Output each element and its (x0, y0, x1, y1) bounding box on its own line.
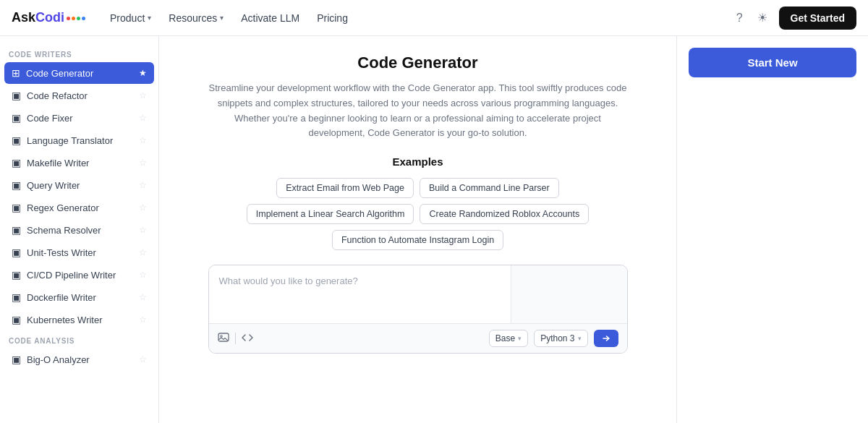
example-chip-4[interactable]: Function to Automate Instagram Login (332, 230, 503, 250)
star-icon-makefile-writer[interactable]: ☆ (139, 158, 147, 168)
section-label-code-writers: CODE WRITERS (0, 45, 158, 61)
code-fixer-icon: ▣ (12, 112, 21, 124)
star-icon-kubernetes-writer[interactable]: ☆ (139, 315, 147, 325)
star-icon-cicd-pipeline-writer[interactable]: ☆ (139, 270, 147, 280)
star-icon-language-translator[interactable]: ☆ (139, 135, 147, 145)
star-icon-code-refactor[interactable]: ☆ (139, 90, 147, 101)
example-chip-2[interactable]: Implement a Linear Search Algorithm (247, 204, 414, 224)
sidebar: CODE WRITERS ⊞ Code Generator ★ ▣ Code R… (0, 36, 159, 423)
navbar-right: ? ☀ Get Started (733, 7, 856, 30)
kubernetes-writer-icon: ▣ (12, 314, 21, 325)
sidebar-item-unit-tests-writer-label: Unit-Tests Writer (27, 247, 133, 258)
theme-icon[interactable]: ☀ (754, 8, 770, 27)
makefile-writer-icon: ▣ (12, 157, 21, 168)
sidebar-item-big-o-analyzer-label: Big-O Analyzer (27, 354, 133, 365)
input-toolbar: Base ▾ Python 3 ▾ (209, 323, 627, 353)
sidebar-item-unit-tests-writer[interactable]: ▣ Unit-Tests Writer ☆ (4, 242, 154, 263)
nav-product-label: Product (110, 12, 145, 24)
regex-generator-icon: ▣ (12, 202, 21, 213)
center-panel: Code Generator Streamline your developme… (179, 36, 657, 423)
sidebar-item-schema-resolver-label: Schema Resolver (27, 225, 133, 236)
logo-text: AskCodi (12, 10, 85, 25)
query-writer-icon: ▣ (12, 179, 21, 191)
base-select[interactable]: Base ▾ (489, 330, 528, 347)
base-select-label: Base (495, 333, 515, 343)
example-chip-3[interactable]: Create Randomized Roblox Accounts (420, 204, 589, 224)
logo: AskCodi (12, 10, 85, 25)
toolbar-left (218, 332, 253, 346)
toolbar-right: Base ▾ Python 3 ▾ (489, 330, 618, 347)
sidebar-item-big-o-analyzer[interactable]: ▣ Big-O Analyzer ☆ (4, 349, 154, 370)
sidebar-item-schema-resolver[interactable]: ▣ Schema Resolver ☆ (4, 219, 154, 241)
sidebar-item-regex-generator-label: Regex Generator (27, 202, 133, 213)
section-label-code-analysis: CODE ANALYSIS (0, 331, 158, 348)
dockerfile-writer-icon: ▣ (12, 291, 21, 303)
star-icon-schema-resolver[interactable]: ☆ (139, 225, 147, 235)
language-select-label: Python 3 (540, 333, 574, 343)
content-area: Code Generator Streamline your developme… (159, 36, 676, 423)
language-chevron-icon: ▾ (578, 335, 582, 342)
nav-pricing[interactable]: Pricing (310, 8, 355, 28)
sidebar-item-kubernetes-writer-label: Kubernetes Writer (27, 315, 133, 325)
nav-pricing-label: Pricing (317, 12, 348, 24)
language-select[interactable]: Python 3 ▾ (534, 330, 587, 347)
navbar: AskCodi Product ▾ Resources ▾ Activate L… (0, 0, 868, 36)
page-description: Streamline your development workflow wit… (208, 81, 628, 141)
start-new-button[interactable]: Start New (689, 48, 856, 77)
sidebar-item-code-generator[interactable]: ⊞ Code Generator ★ (4, 62, 154, 84)
nav-resources[interactable]: Resources ▾ (161, 8, 231, 28)
nav-links: Product ▾ Resources ▾ Activate LLM Prici… (103, 8, 355, 28)
star-icon-code-generator[interactable]: ★ (139, 68, 147, 78)
sidebar-item-query-writer[interactable]: ▣ Query Writer ☆ (4, 174, 154, 196)
nav-resources-chevron: ▾ (220, 14, 224, 22)
image-upload-icon[interactable] (218, 332, 229, 346)
big-o-analyzer-icon: ▣ (12, 354, 21, 365)
sidebar-item-language-translator-label: Language Translator (27, 135, 133, 146)
sidebar-item-makefile-writer[interactable]: ▣ Makefile Writer ☆ (4, 152, 154, 174)
sidebar-item-code-refactor-label: Code Refactor (27, 90, 133, 101)
sidebar-item-regex-generator[interactable]: ▣ Regex Generator ☆ (4, 197, 154, 218)
toolbar-separator (235, 333, 236, 344)
svg-point-1 (220, 335, 221, 336)
example-chips: Extract Email from Web Page Build a Comm… (208, 178, 628, 250)
nav-product[interactable]: Product ▾ (103, 8, 158, 28)
code-icon[interactable] (242, 332, 253, 346)
help-icon[interactable]: ? (733, 9, 746, 27)
base-chevron-icon: ▾ (518, 335, 522, 342)
star-icon-regex-generator[interactable]: ☆ (139, 202, 147, 213)
sidebar-item-query-writer-label: Query Writer (27, 180, 133, 191)
sidebar-item-dockerfile-writer[interactable]: ▣ Dockerfile Writer ☆ (4, 286, 154, 308)
cicd-pipeline-writer-icon: ▣ (12, 269, 21, 281)
generation-input[interactable] (209, 265, 511, 323)
sidebar-item-code-fixer-label: Code Fixer (27, 113, 133, 124)
get-started-button[interactable]: Get Started (779, 7, 856, 30)
nav-activate-llm[interactable]: Activate LLM (234, 8, 307, 28)
unit-tests-writer-icon: ▣ (12, 247, 21, 258)
language-translator-icon: ▣ (12, 134, 21, 146)
sidebar-item-code-fixer[interactable]: ▣ Code Fixer ☆ (4, 107, 154, 129)
sidebar-item-language-translator[interactable]: ▣ Language Translator ☆ (4, 129, 154, 151)
examples-label: Examples (208, 155, 628, 168)
content-wrapper: Code Generator Streamline your developme… (159, 36, 868, 423)
schema-resolver-icon: ▣ (12, 224, 21, 236)
star-icon-dockerfile-writer[interactable]: ☆ (139, 292, 147, 302)
nav-resources-label: Resources (169, 12, 217, 24)
code-refactor-icon: ▣ (12, 90, 21, 101)
sidebar-item-code-generator-label: Code Generator (26, 68, 133, 79)
sidebar-item-cicd-pipeline-writer-label: CI/CD Pipeline Writer (27, 270, 133, 281)
star-icon-unit-tests-writer[interactable]: ☆ (139, 247, 147, 257)
example-chip-0[interactable]: Extract Email from Web Page (276, 178, 414, 198)
example-chip-1[interactable]: Build a Command Line Parser (420, 178, 559, 198)
star-icon-big-o-analyzer[interactable]: ☆ (139, 354, 147, 364)
right-panel: Start New (676, 36, 868, 423)
star-icon-query-writer[interactable]: ☆ (139, 180, 147, 190)
send-button[interactable] (594, 330, 618, 347)
sidebar-item-cicd-pipeline-writer[interactable]: ▣ CI/CD Pipeline Writer ☆ (4, 264, 154, 286)
sidebar-item-kubernetes-writer[interactable]: ▣ Kubernetes Writer ☆ (4, 309, 154, 330)
input-area: Base ▾ Python 3 ▾ (208, 265, 628, 354)
code-generator-icon: ⊞ (12, 67, 20, 79)
nav-product-chevron: ▾ (148, 14, 151, 22)
star-icon-code-fixer[interactable]: ☆ (139, 113, 147, 123)
sidebar-item-code-refactor[interactable]: ▣ Code Refactor ☆ (4, 85, 154, 106)
sidebar-item-dockerfile-writer-label: Dockerfile Writer (27, 292, 133, 303)
